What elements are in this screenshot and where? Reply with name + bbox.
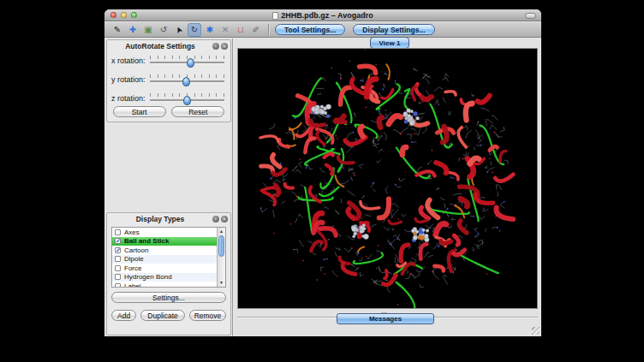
z-rotation-label: z rotation: bbox=[111, 94, 146, 103]
selection-tool-button[interactable]: ➤ bbox=[172, 23, 186, 37]
display-type-ball-and-stick[interactable]: ✓Ball and Stick bbox=[112, 237, 225, 246]
remove-button[interactable]: Remove bbox=[189, 310, 226, 321]
auto-optimize-icon: ✱ bbox=[206, 26, 213, 34]
scrollbar-thumb[interactable] bbox=[218, 235, 224, 257]
auto-optimize-tool-button[interactable]: ✱ bbox=[203, 23, 217, 37]
avogadro-window: 2HHB.pdb.gz – Avogadro ✎✚▣↺➤↻✱✕⊔✐ Tool S… bbox=[104, 9, 541, 336]
auto-rotate-tool-button[interactable]: ↻ bbox=[188, 23, 201, 37]
autorotate-buttons: Start Reset bbox=[107, 106, 230, 117]
display-types-actions: Add Duplicate Remove bbox=[111, 310, 226, 321]
display-type-settings-button[interactable]: Settings... bbox=[111, 292, 226, 303]
display-type-label: Hydrogen Bond bbox=[124, 273, 172, 281]
checkbox-force[interactable] bbox=[115, 265, 121, 271]
measure-icon: ✕ bbox=[222, 26, 229, 34]
zmatrix-tool-button[interactable]: ✐ bbox=[249, 23, 263, 37]
display-type-label: Force bbox=[124, 264, 141, 272]
screenshot-stage: 2HHB.pdb.gz – Avogadro ✎✚▣↺➤↻✱✕⊔✐ Tool S… bbox=[0, 0, 644, 362]
zoom-window-button[interactable] bbox=[131, 12, 137, 18]
messages-button[interactable]: Messages bbox=[337, 313, 434, 324]
checkbox-cartoon[interactable]: ✓ bbox=[115, 247, 121, 253]
y-rotation-row: y rotation: bbox=[107, 70, 230, 89]
display-type-hydrogen-bond[interactable]: Hydrogen Bond bbox=[112, 273, 225, 282]
tab-view-1[interactable]: View 1 bbox=[370, 37, 409, 49]
x-rotation-label: x rotation: bbox=[111, 56, 146, 65]
selection-icon: ➤ bbox=[174, 25, 185, 35]
autorotate-settings-panel: AutoRotate Settings ▫ ✕ x rotation:y rot… bbox=[106, 39, 231, 122]
display-type-label: Dipole bbox=[124, 255, 144, 263]
toolbar: ✎✚▣↺➤↻✱✕⊔✐ Tool Settings... Display Sett… bbox=[104, 22, 541, 38]
molecule-viewport[interactable] bbox=[237, 48, 538, 309]
display-type-label[interactable]: Label bbox=[112, 282, 225, 288]
draw-tool-button[interactable]: ✎ bbox=[110, 23, 124, 37]
checkbox-axes[interactable] bbox=[115, 229, 121, 235]
window-title: 2HHB.pdb.gz – Avogadro bbox=[281, 11, 373, 20]
display-settings-button[interactable]: Display Settings... bbox=[353, 24, 434, 35]
x-rotation-slider-thumb[interactable] bbox=[187, 58, 194, 68]
x-rotation-ticks bbox=[150, 56, 224, 59]
molecule-render bbox=[238, 49, 537, 308]
display-type-label: Cartoon bbox=[124, 246, 148, 254]
align-tool-button[interactable]: ⊔ bbox=[234, 23, 247, 37]
close-window-button[interactable] bbox=[110, 12, 116, 18]
display-types-rows: Axes✓Ball and Stick✓CartoonDipoleForceHy… bbox=[112, 228, 225, 288]
window-controls bbox=[110, 12, 137, 18]
z-rotation-row: z rotation: bbox=[107, 89, 230, 108]
checkbox-ball-and-stick[interactable]: ✓ bbox=[115, 238, 121, 244]
display-type-label: Axes bbox=[124, 228, 140, 236]
align-icon: ⊔ bbox=[237, 26, 244, 34]
navigate-icon: ✚ bbox=[129, 26, 136, 34]
list-scrollbar[interactable]: ▲ ▼ bbox=[217, 228, 225, 287]
close-panel-icon[interactable]: ✕ bbox=[221, 216, 228, 223]
navigate-tool-button[interactable]: ✚ bbox=[126, 23, 140, 37]
document-proxy-icon bbox=[272, 12, 278, 20]
zmatrix-icon: ✐ bbox=[253, 26, 259, 34]
y-rotation-label: y rotation: bbox=[111, 75, 146, 84]
title-bar[interactable]: 2HHB.pdb.gz – Avogadro bbox=[104, 9, 541, 21]
draw-icon: ✎ bbox=[114, 26, 121, 34]
display-type-cartoon[interactable]: ✓Cartoon bbox=[112, 246, 225, 255]
scroll-up-icon[interactable]: ▲ bbox=[218, 228, 225, 235]
display-types-panel-header[interactable]: Display Types ▫ ✕ bbox=[107, 213, 230, 224]
float-panel-icon[interactable]: ▫ bbox=[212, 43, 219, 50]
close-panel-icon[interactable]: ✕ bbox=[221, 43, 228, 50]
bond-centric-icon: ▣ bbox=[144, 26, 152, 34]
rotation-sliders: x rotation:y rotation:z rotation: bbox=[107, 51, 230, 108]
start-button[interactable]: Start bbox=[113, 106, 166, 117]
left-dock: AutoRotate Settings ▫ ✕ x rotation:y rot… bbox=[104, 39, 233, 336]
autorotate-panel-title: AutoRotate Settings bbox=[110, 42, 211, 50]
tool-buttons-group: ✎✚▣↺➤↻✱✕⊔✐ bbox=[110, 23, 265, 37]
measure-tool-button[interactable]: ✕ bbox=[218, 23, 232, 37]
display-type-force[interactable]: Force bbox=[112, 264, 225, 273]
view-area: View 1 Messages bbox=[234, 39, 541, 336]
z-rotation-slider-thumb[interactable] bbox=[183, 96, 191, 105]
checkbox-label[interactable] bbox=[115, 283, 121, 288]
resize-grip[interactable] bbox=[532, 327, 540, 335]
float-panel-icon[interactable]: ▫ bbox=[212, 216, 219, 223]
toolbar-separator bbox=[268, 24, 269, 35]
minimize-window-button[interactable] bbox=[121, 12, 127, 18]
display-types-panel: Display Types ▫ ✕ Axes✓Ball and Stick✓Ca… bbox=[106, 212, 231, 335]
manipulate-icon: ↺ bbox=[160, 26, 167, 34]
title-wrap: 2HHB.pdb.gz – Avogadro bbox=[156, 9, 490, 21]
y-rotation-slider-thumb[interactable] bbox=[182, 77, 190, 86]
checkbox-hydrogen-bond[interactable] bbox=[115, 274, 121, 280]
scroll-down-icon[interactable]: ▼ bbox=[218, 279, 225, 287]
tool-settings-button[interactable]: Tool Settings... bbox=[275, 24, 345, 35]
duplicate-button[interactable]: Duplicate bbox=[140, 310, 185, 321]
checkbox-dipole[interactable] bbox=[115, 256, 121, 262]
display-types-list: Axes✓Ball and Stick✓CartoonDipoleForceHy… bbox=[111, 227, 226, 288]
display-type-label: Ball and Stick bbox=[124, 237, 169, 245]
display-type-label: Label bbox=[124, 282, 141, 288]
bond-centric-tool-button[interactable]: ▣ bbox=[141, 23, 155, 37]
display-types-panel-title: Display Types bbox=[110, 215, 211, 223]
manipulate-tool-button[interactable]: ↺ bbox=[157, 23, 170, 37]
toolbar-toggle-button[interactable] bbox=[525, 13, 536, 19]
auto-rotate-icon: ↻ bbox=[191, 26, 198, 34]
x-rotation-row: x rotation: bbox=[107, 51, 230, 70]
display-type-axes[interactable]: Axes bbox=[112, 228, 225, 237]
add-button[interactable]: Add bbox=[111, 310, 136, 321]
display-type-dipole[interactable]: Dipole bbox=[112, 255, 225, 264]
autorotate-panel-header[interactable]: AutoRotate Settings ▫ ✕ bbox=[107, 40, 230, 51]
reset-button[interactable]: Reset bbox=[171, 106, 224, 117]
